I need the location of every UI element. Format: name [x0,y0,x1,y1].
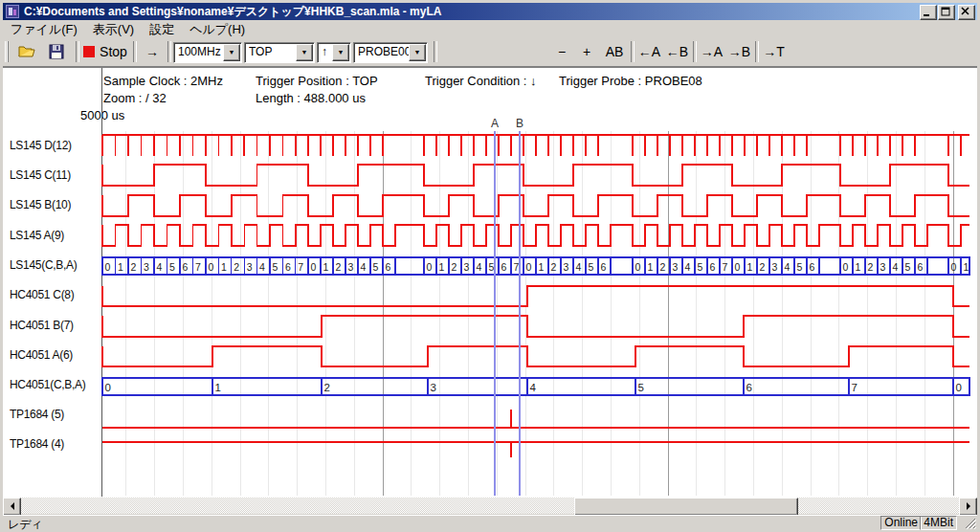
minimize-button[interactable] [920,5,937,20]
channel-label: LS145 C(11) [10,167,101,183]
dropdown-arrow-icon[interactable]: ▼ [296,44,313,61]
toolbar-separator [631,41,635,62]
stop-button[interactable]: Stop [81,40,129,63]
status-ready-text: レディ [8,517,43,532]
zoom-out-button[interactable]: − [550,40,573,63]
toolbar-separator [167,41,171,62]
trigger-position-value: TOP [249,45,297,59]
trigger-probe-value: PROBE00 [358,45,410,59]
left-arrow-icon [7,502,14,510]
channel-label: TP1684 (4) [10,436,101,452]
zoom-in-button[interactable]: + [575,40,598,63]
sample-rate-value: 100MHz [178,45,224,59]
info-trigger-position: Trigger Position : TOP [256,74,378,88]
toolbar-separator [76,41,79,62]
floppy-disk-icon [49,44,64,59]
run-arrow-icon: → [145,44,159,59]
goto-cursor-a-button[interactable]: ←A [636,40,662,63]
right-arrow-icon [967,502,974,510]
channel-label: HC4051 A(6) [10,347,101,363]
maximize-button[interactable] [938,5,955,20]
status-bar: レディ Online 4MBit [3,515,977,530]
info-trigger-condition: Trigger Condition : ↓ [425,74,537,88]
menu-item-0[interactable]: ファイル(F) [3,20,85,38]
dropdown-arrow-icon[interactable]: ▼ [332,44,349,61]
menu-item-3[interactable]: ヘルプ(H) [182,20,253,38]
open-file-button[interactable] [14,40,41,63]
horizontal-scrollbar[interactable] [3,498,977,514]
dropdown-arrow-icon[interactable]: ▼ [409,44,426,61]
toolbar-separator [693,41,697,62]
toolbar-separator [755,41,759,62]
info-sample-clock: Sample Clock : 2MHz [103,74,223,88]
stop-label: Stop [100,44,127,59]
info-zoom: Zoom : / 32 [103,91,167,105]
menu-item-1[interactable]: 表示(V) [85,20,142,38]
toolbar-separator [434,41,437,62]
info-length: Length : 488.000 us [256,91,366,105]
app-icon [6,5,19,18]
close-button[interactable] [958,5,975,20]
save-button[interactable] [43,40,70,63]
menu-bar: ファイル(F)表示(V)設定ヘルプ(H) [3,20,977,38]
dropdown-arrow-icon[interactable]: ▼ [223,44,240,61]
channel-label: LS145 D(12) [10,138,101,153]
scrollbar-thumb[interactable] [574,498,798,516]
status-memory-badge: 4MBit [920,516,957,530]
menu-item-2[interactable]: 設定 [142,20,182,38]
run-button[interactable]: → [139,40,166,63]
channel-label: HC4051 B(7) [10,318,101,333]
set-cursor-b-button[interactable]: →B [726,40,752,63]
resize-grip[interactable] [964,517,976,529]
open-folder-icon [18,44,37,59]
goto-trigger-button[interactable]: →T [761,40,787,63]
toolbar-grip [5,41,12,62]
title-bar: C:¥Documents and Settings¥noname¥デスクトップ¥… [3,3,977,20]
channel-label: LS145 B(10) [10,197,101,212]
status-online-badge: Online [880,516,922,530]
waveform-client-area [3,67,977,499]
set-cursor-a-button[interactable]: →A [699,40,724,63]
scroll-right-button[interactable] [959,498,977,516]
channel-label: LS145 A(9) [10,228,101,243]
toolbar: Stop → 100MHz ▼ TOP ▼ ↑ ▼ PROBE00 ▼ − + … [3,38,977,67]
ab-range-button[interactable]: AB [600,40,629,63]
channel-label: HC4051 C(8) [10,287,101,302]
trigger-probe-combobox[interactable]: PROBE00 ▼ [353,42,428,63]
info-trigger-probe: Trigger Probe : PROBE08 [559,74,702,88]
time-scale-label: 5000 us [80,108,124,122]
scroll-left-button[interactable] [3,498,21,516]
channel-label: TP1684 (5) [10,407,101,422]
trigger-edge-combobox[interactable]: ↑ ▼ [317,42,351,63]
goto-cursor-b-button[interactable]: ←B [664,40,690,63]
app-window: { "window": { "title": "C:¥Documents and… [0,0,980,532]
sample-rate-combobox[interactable]: 100MHz ▼ [173,42,242,63]
trigger-position-combobox[interactable]: TOP ▼ [244,42,315,63]
stop-icon [83,46,95,57]
channel-label: HC4051(C,B,A) [10,377,101,392]
window-title: C:¥Documents and Settings¥noname¥デスクトップ¥… [24,3,924,20]
toolbar-separator [133,41,137,62]
channel-label: LS145(C,B,A) [10,257,101,273]
